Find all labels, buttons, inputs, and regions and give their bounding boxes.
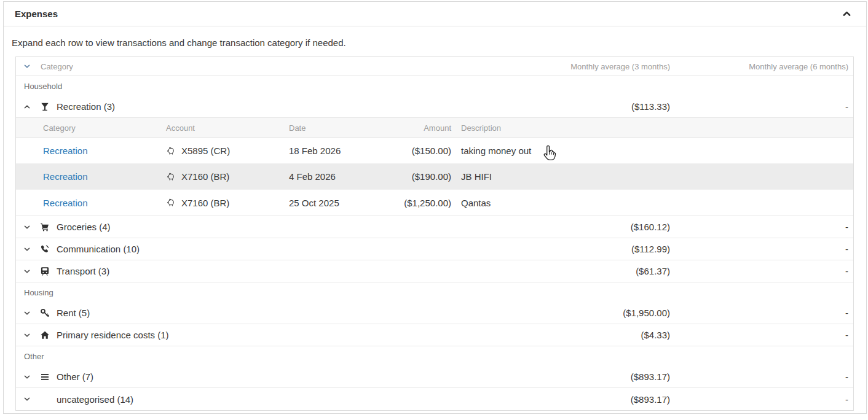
expand-row-button[interactable] xyxy=(23,332,38,339)
category-label: Rent (5) xyxy=(57,308,486,318)
category-row-other[interactable]: Other (7) ($893.17) - xyxy=(16,366,853,388)
chevron-down-icon xyxy=(23,224,31,231)
transaction-row[interactable]: Recreation X7160 (BR) 4 Feb 2026 ($190.0… xyxy=(16,164,853,190)
expand-row-button[interactable] xyxy=(23,395,38,403)
tx-header-amount: Amount xyxy=(382,123,455,133)
transaction-account: X7160 (BR) xyxy=(181,198,229,208)
transaction-description: Qantas xyxy=(461,198,853,208)
avg-3m-value: ($1,950.00) xyxy=(486,308,670,318)
group-label: Other xyxy=(24,352,44,361)
avg-3m-value: ($893.17) xyxy=(486,371,670,382)
transaction-description: taking money out xyxy=(461,146,853,156)
panel-title: Expenses xyxy=(15,9,58,19)
transaction-category-link[interactable]: Recreation xyxy=(43,146,88,156)
group-label: Housing xyxy=(24,288,53,297)
group-header-housing: Housing xyxy=(16,282,853,302)
avg-6m-value: - xyxy=(670,266,853,276)
avg-6m-value: - xyxy=(670,330,853,340)
avg-6m-value: - xyxy=(670,371,853,382)
train-icon xyxy=(40,266,57,276)
collapse-all-button[interactable] xyxy=(23,63,38,70)
group-header-household: Household xyxy=(16,76,853,96)
group-header-other: Other xyxy=(16,346,853,366)
transaction-category-link[interactable]: Recreation xyxy=(43,171,88,182)
group-label: Household xyxy=(24,82,62,91)
avg-6m-value: - xyxy=(670,244,853,254)
chevron-down-icon xyxy=(23,309,31,317)
category-row-recreation[interactable]: Recreation (3) ($113.33) - xyxy=(16,96,853,118)
avg-6m-value: - xyxy=(670,394,853,405)
table-header-row: Category Monthly average (3 months) Mont… xyxy=(16,57,853,76)
avg-3m-value: ($61.37) xyxy=(486,266,670,276)
category-row-uncategorised[interactable]: uncategorised (14) ($893.17) - xyxy=(16,388,853,410)
phone-icon xyxy=(40,244,57,254)
tx-header-date: Date xyxy=(289,123,382,133)
avg-3m-value: ($4.33) xyxy=(486,330,670,340)
transactions-header-row: Category Account Date Amount Description xyxy=(16,118,853,138)
header-category: Category xyxy=(41,62,486,71)
key-icon xyxy=(40,308,57,318)
chevron-up-icon xyxy=(842,9,851,18)
piggy-bank-icon xyxy=(166,172,176,182)
panel-collapse-button[interactable] xyxy=(838,6,855,23)
tx-header-category: Category xyxy=(43,123,166,133)
expand-row-button[interactable] xyxy=(23,268,38,275)
transaction-account: X5895 (CR) xyxy=(181,146,230,156)
expand-row-button[interactable] xyxy=(23,224,38,231)
chevron-down-icon xyxy=(23,332,31,339)
piggy-bank-icon xyxy=(166,198,176,208)
collapse-row-button[interactable] xyxy=(23,103,38,111)
intro-text: Expand each row to view transactions and… xyxy=(4,26,866,56)
category-row-rent[interactable]: Rent (5) ($1,950.00) - xyxy=(16,302,853,324)
header-avg-6-months: Monthly average (6 months) xyxy=(670,62,853,71)
avg-6m-value: - xyxy=(670,101,853,112)
category-label: Other (7) xyxy=(57,371,486,382)
category-row-transport[interactable]: Transport (3) ($61.37) - xyxy=(16,260,853,282)
avg-3m-value: ($112.99) xyxy=(486,244,670,254)
transaction-description: JB HIFI xyxy=(461,171,853,182)
category-label: Primary residence costs (1) xyxy=(57,330,486,340)
panel-header: Expenses xyxy=(4,2,866,26)
shopping-cart-icon xyxy=(40,222,57,232)
chevron-down-icon xyxy=(23,246,31,253)
category-row-groceries[interactable]: Groceries (4) ($160.12) - xyxy=(16,216,853,238)
transaction-row[interactable]: Recreation X5895 (CR) 18 Feb 2026 ($150.… xyxy=(16,138,853,164)
transactions-table: Category Account Date Amount Description… xyxy=(16,118,853,216)
house-icon xyxy=(40,330,57,340)
expenses-panel: Expenses Expand each row to view transac… xyxy=(3,1,867,414)
transaction-amount: ($1,250.00) xyxy=(382,198,455,208)
chevron-down-icon xyxy=(23,268,31,275)
avg-6m-value: - xyxy=(670,308,853,318)
category-row-primary-residence-costs[interactable]: Primary residence costs (1) ($4.33) - xyxy=(16,324,853,346)
transaction-amount: ($190.00) xyxy=(382,171,455,182)
transaction-date: 4 Feb 2026 xyxy=(289,171,382,182)
expand-row-button[interactable] xyxy=(23,246,38,253)
transaction-date: 18 Feb 2026 xyxy=(289,146,382,156)
chevron-down-icon xyxy=(23,373,31,381)
category-label: Transport (3) xyxy=(57,266,486,276)
expenses-table: Category Monthly average (3 months) Mont… xyxy=(15,56,854,411)
transaction-category-link[interactable]: Recreation xyxy=(43,198,88,208)
avg-3m-value: ($160.12) xyxy=(486,222,670,232)
avg-3m-value: ($893.17) xyxy=(486,394,670,405)
tx-header-account: Account xyxy=(166,123,289,133)
transaction-row[interactable]: Recreation X7160 (BR) 25 Oct 2025 ($1,25… xyxy=(16,190,853,216)
avg-3m-value: ($113.33) xyxy=(486,101,670,112)
menu-bars-icon xyxy=(40,372,57,382)
category-row-communication[interactable]: Communication (10) ($112.99) - xyxy=(16,238,853,260)
transaction-date: 25 Oct 2025 xyxy=(289,198,382,208)
tx-header-description: Description xyxy=(461,123,853,133)
transaction-amount: ($150.00) xyxy=(382,146,455,156)
category-label: Groceries (4) xyxy=(57,222,486,232)
category-label: Recreation (3) xyxy=(57,101,486,112)
avg-6m-value: - xyxy=(670,222,853,232)
category-label: uncategorised (14) xyxy=(57,394,486,405)
cocktail-icon xyxy=(40,102,57,112)
expand-row-button[interactable] xyxy=(23,309,38,317)
category-label: Communication (10) xyxy=(57,244,486,254)
expand-row-button[interactable] xyxy=(23,373,38,381)
chevron-up-icon xyxy=(23,103,31,111)
chevron-down-icon xyxy=(23,395,31,403)
header-avg-3-months: Monthly average (3 months) xyxy=(486,62,670,71)
piggy-bank-icon xyxy=(166,146,176,156)
